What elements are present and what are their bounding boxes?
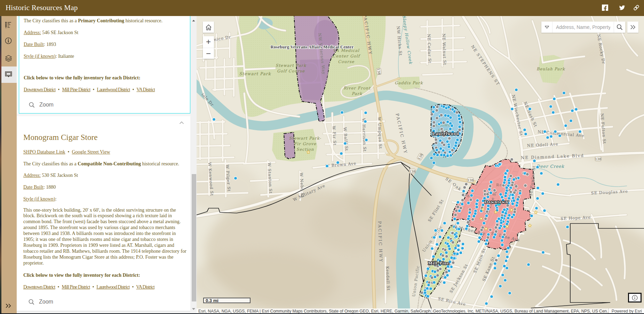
svg-text:W Fir St: W Fir St — [332, 126, 337, 146]
svg-text:Section: Section — [296, 147, 314, 152]
district-link[interactable]: Laurelwood District — [97, 87, 130, 92]
search-input[interactable] — [552, 22, 614, 33]
plus-icon: + — [206, 38, 211, 46]
svg-text:Course: Course — [338, 59, 355, 64]
svg-text:Downtown: Downtown — [485, 199, 508, 204]
sidebar-item-info[interactable] — [1, 33, 17, 49]
search-button[interactable] — [614, 22, 625, 33]
svg-text:Stewart Park: Stewart Park — [276, 63, 307, 68]
zoom-button[interactable]: Zoom — [29, 102, 54, 108]
home-button[interactable] — [203, 22, 214, 33]
zoom-label: Zoom — [39, 299, 53, 305]
sidebar-item-layers[interactable] — [1, 50, 17, 66]
svg-text:138: 138 — [595, 157, 601, 161]
svg-text:Golf Course: Golf Course — [277, 69, 305, 73]
style-link[interactable]: Style (if known) — [23, 196, 55, 202]
svg-text:Stewart Park-: Stewart Park- — [289, 136, 321, 141]
address-row: Address: 546 SE Jackson St — [24, 30, 78, 36]
svg-text:Deer Creek: Deer Creek — [536, 164, 564, 169]
style-row: Style (if known): — [23, 196, 57, 202]
legend-icon — [5, 22, 11, 28]
svg-text:River Front: River Front — [343, 86, 371, 91]
svg-text:Fir Grove: Fir Grove — [294, 141, 317, 146]
sidebar-item-popup[interactable] — [1, 66, 17, 83]
district-link[interactable]: VA District — [136, 284, 154, 290]
svg-text:Center Golf: Center Golf — [333, 54, 361, 58]
scalebar: 0.3 mi — [203, 298, 251, 303]
svg-text:Laurelwood: Laurelwood — [432, 131, 459, 136]
scrollbar-thumb[interactable] — [192, 174, 196, 301]
svg-text:Beulah Park: Beulah Park — [536, 66, 565, 71]
layers-icon — [5, 55, 12, 62]
twitter-icon[interactable] — [619, 5, 625, 11]
scroll-down-icon[interactable] — [192, 307, 196, 311]
district-link[interactable]: Mill Pine District — [62, 87, 90, 92]
zoom-out-button[interactable]: − — [203, 48, 214, 59]
district-link[interactable]: Google Street View — [72, 149, 110, 155]
expand-panel-icon[interactable] — [5, 304, 12, 308]
description-text: This one-story brick building, 20' x 60'… — [23, 207, 190, 266]
district-links: Downtown District • Mill Pine District •… — [24, 87, 155, 93]
style-link[interactable]: Style (if known) — [24, 54, 56, 59]
basemap: nico Driole DrW Kenwood StW Pilger StW S… — [197, 16, 644, 314]
bullet-separator: • — [130, 87, 136, 92]
double-chevron-right-icon — [630, 25, 636, 30]
minus-icon: − — [206, 49, 211, 58]
magnifier-icon — [29, 299, 34, 305]
page-title: Historic Resources Map — [6, 3, 78, 12]
dropdown-arrow-icon — [545, 26, 549, 29]
home-icon — [205, 24, 212, 31]
feature-card[interactable]: Monogram Cigar Store SHPO Database Link … — [19, 116, 190, 311]
scalebar-label: 0.3 mi — [206, 298, 218, 303]
svg-text:Mill-Pine: Mill-Pine — [428, 260, 450, 266]
svg-text:NE Cedar St: NE Cedar St — [427, 34, 432, 63]
app-header: Historic Resources Map — [0, 0, 644, 16]
click-below-text: Click below to view the fully inventory … — [24, 75, 140, 81]
svg-text:Park: Park — [352, 91, 363, 96]
magnifier-icon — [29, 102, 35, 108]
info-icon — [5, 37, 12, 44]
map-view[interactable]: nico Driole DrW Kenwood StW Pilger StW S… — [197, 16, 644, 314]
district-link[interactable]: Mill Pine District — [62, 284, 90, 290]
svg-text:Gaddis Park: Gaddis Park — [395, 80, 423, 85]
zoom-button[interactable]: Zoom — [29, 299, 53, 305]
classification-text: The City classifies this as a Primary Co… — [24, 18, 162, 24]
search-icon — [617, 24, 623, 30]
zoom-label: Zoom — [39, 102, 54, 108]
district-link[interactable]: SHPO Database Link — [23, 149, 65, 155]
svg-text:Stewart Park: Stewart Park — [239, 71, 271, 76]
facebook-icon[interactable] — [602, 5, 608, 11]
district-link[interactable]: VA District — [136, 87, 155, 92]
panel-scrollbar[interactable] — [190, 16, 197, 314]
svg-text:138: 138 — [467, 178, 474, 182]
bullet-separator: • — [90, 87, 97, 92]
feature-card-selected[interactable]: The City classifies this as a Primary Co… — [19, 16, 190, 113]
external-links: SHPO Database Link • Google Street View — [23, 149, 110, 155]
info-circle-icon — [632, 295, 638, 301]
district-link[interactable]: Downtown District — [24, 87, 56, 92]
scroll-up-icon[interactable] — [192, 19, 196, 23]
bullet-separator: • — [56, 87, 62, 92]
district-link[interactable]: Downtown District — [23, 284, 55, 290]
svg-text:Roseburg Veterans Affairs Medi: Roseburg Veterans Affairs Medical Center — [270, 45, 353, 49]
collapse-panel-button[interactable] — [627, 22, 638, 33]
map-info-button[interactable] — [628, 293, 642, 303]
address-link[interactable]: Address: — [23, 173, 41, 178]
date-built-link[interactable]: Date Built — [24, 42, 44, 47]
search-dropdown-button[interactable] — [541, 22, 552, 33]
share-link-icon[interactable] — [633, 5, 639, 11]
collapse-chevron-icon[interactable] — [179, 121, 184, 124]
sidebar-item-legend[interactable] — [1, 17, 17, 33]
bullet-separator: • — [55, 284, 62, 290]
address-link[interactable]: Address: — [24, 30, 41, 35]
click-below-text: Click below to view the fully inventory … — [23, 272, 140, 278]
address-row: Address: 530 SE Jackson St — [23, 172, 78, 178]
search-widget — [541, 22, 625, 33]
bullet-separator: • — [65, 149, 72, 155]
date-built-link[interactable]: Date Built — [23, 185, 43, 190]
date-built-row: Date Built: 1880 — [23, 184, 56, 190]
zoom-in-button[interactable]: + — [203, 36, 214, 47]
district-link[interactable]: Laurelwood District — [96, 284, 129, 290]
zoom-control: + − — [203, 36, 214, 59]
popup-panel: The City classifies this as a Primary Co… — [17, 16, 197, 314]
